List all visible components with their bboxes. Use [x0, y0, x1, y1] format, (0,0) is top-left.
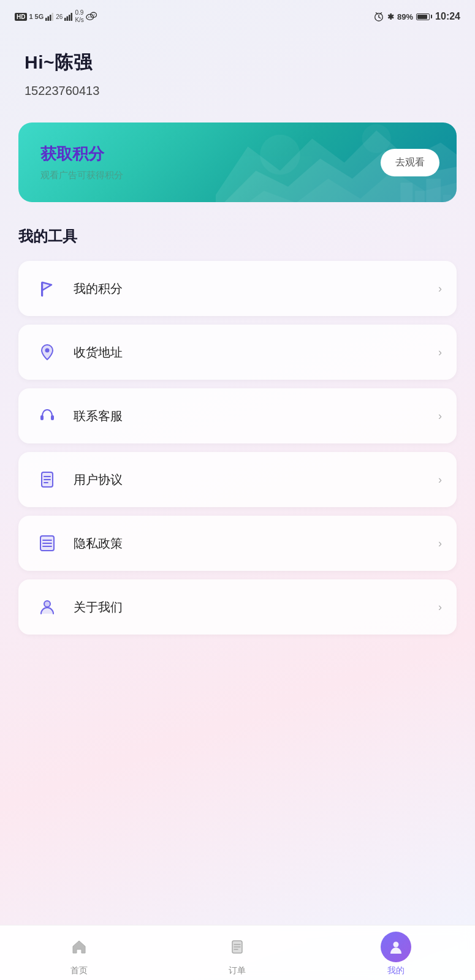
- time-display: 10:24: [435, 11, 460, 22]
- svg-rect-0: [45, 18, 47, 21]
- svg-rect-2: [50, 15, 51, 21]
- svg-point-13: [94, 14, 95, 15]
- svg-rect-28: [41, 282, 43, 296]
- document-icon: [33, 466, 61, 494]
- nav-item-home[interactable]: 首页: [0, 932, 158, 976]
- flag-icon: [33, 274, 61, 303]
- menu-item-left-privacy: 隐私政策: [33, 529, 123, 557]
- profile-section: Hi~陈强 15223760413: [0, 32, 475, 110]
- bluetooth-icon: ✱: [387, 12, 394, 21]
- battery-percent: 89%: [397, 12, 413, 21]
- nav-label-home: 首页: [70, 965, 88, 976]
- phone-number: 15223760413: [25, 84, 450, 98]
- svg-point-29: [45, 349, 50, 353]
- menu-item-left-about: 关于我们: [33, 593, 123, 621]
- tools-title: 我的工具: [18, 227, 457, 246]
- menu-item-about[interactable]: 关于我们 ›: [18, 579, 457, 635]
- chevron-right-icon: ›: [438, 601, 442, 614]
- signal-bars-1: [45, 13, 54, 21]
- nav-icon-mine: [381, 932, 411, 962]
- chevron-right-icon: ›: [438, 346, 442, 359]
- signal-bars-2: [64, 13, 73, 21]
- hd-badge: HD: [15, 13, 27, 21]
- chevron-right-icon: ›: [438, 410, 442, 423]
- data-speed: 0.9K/s: [75, 9, 83, 24]
- menu-label-agreement: 用户协议: [74, 472, 123, 488]
- svg-point-23: [362, 124, 390, 153]
- menu-label-about: 关于我们: [74, 599, 123, 616]
- battery-indicator: [416, 13, 432, 20]
- svg-rect-26: [426, 179, 441, 202]
- nav-label-orders: 订单: [229, 965, 246, 976]
- headset-icon: [33, 402, 61, 430]
- menu-item-privacy[interactable]: 隐私政策 ›: [18, 516, 457, 571]
- svg-rect-27: [443, 195, 451, 202]
- svg-rect-30: [40, 415, 44, 420]
- svg-rect-6: [69, 15, 70, 21]
- menu-list: 我的积分 › 收货地址 › 联系客服 › 用户协议 › 隐私政策 › 关于我们 …: [18, 261, 457, 635]
- nav-label-mine: 我的: [387, 965, 405, 976]
- svg-point-12: [92, 14, 93, 15]
- wechat-icon: [86, 11, 97, 22]
- svg-point-9: [88, 17, 89, 18]
- menu-item-agreement[interactable]: 用户协议 ›: [18, 452, 457, 507]
- nav-icon-orders: [222, 932, 253, 962]
- bottom-nav: 首页 订单 我的: [0, 925, 475, 980]
- menu-item-points[interactable]: 我的积分 ›: [18, 261, 457, 316]
- svg-point-45: [393, 942, 398, 948]
- svg-rect-1: [48, 16, 50, 21]
- menu-item-address[interactable]: 收货地址 ›: [18, 325, 457, 380]
- location-icon: [33, 338, 61, 366]
- menu-item-left-service: 联系客服: [33, 402, 123, 430]
- banner-section: 获取积分 观看广告可获得积分 去观看: [0, 110, 475, 221]
- person-icon: [33, 593, 61, 621]
- banner-title: 获取积分: [40, 143, 123, 165]
- menu-item-left-address: 收货地址: [33, 338, 123, 366]
- svg-rect-24: [400, 183, 412, 202]
- banner-subtitle: 观看广告可获得积分: [40, 170, 123, 181]
- status-right: ✱ 89% 10:24: [373, 11, 460, 22]
- status-bar: HD 1 5G 26 0.9K/s ✱ 89% 10:24: [0, 0, 475, 32]
- list-icon: [33, 529, 61, 557]
- greeting-text: Hi~陈强: [25, 50, 450, 75]
- sim-indicator: 1: [29, 13, 32, 20]
- menu-item-left-agreement: 用户协议: [33, 466, 123, 494]
- svg-rect-31: [51, 415, 54, 420]
- tools-section: 我的工具 我的积分 › 收货地址 › 联系客服 › 用户协议 › 隐私政策 ›: [0, 221, 475, 696]
- nav-item-mine[interactable]: 我的: [317, 932, 475, 976]
- alarm-icon: [373, 11, 384, 22]
- chevron-right-icon: ›: [438, 473, 442, 486]
- signal-5g: 5G: [35, 13, 44, 20]
- banner-content: 获取积分 观看广告可获得积分: [40, 143, 123, 181]
- menu-label-privacy: 隐私政策: [74, 535, 123, 552]
- svg-rect-7: [71, 13, 73, 21]
- menu-item-left-points: 我的积分: [33, 274, 123, 303]
- chevron-right-icon: ›: [438, 282, 442, 295]
- banner-watch-button[interactable]: 去观看: [381, 149, 439, 176]
- svg-point-40: [44, 601, 50, 607]
- svg-line-16: [379, 17, 381, 18]
- points-banner[interactable]: 获取积分 观看广告可获得积分 去观看: [18, 123, 457, 202]
- nav-item-orders[interactable]: 订单: [158, 932, 316, 976]
- menu-label-address: 收货地址: [74, 344, 123, 361]
- status-left: HD 1 5G 26 0.9K/s: [15, 9, 97, 24]
- sim2-indicator: 26: [56, 13, 63, 20]
- menu-label-service: 联系客服: [74, 408, 123, 424]
- svg-point-22: [260, 135, 300, 175]
- menu-item-service[interactable]: 联系客服 ›: [18, 388, 457, 443]
- svg-rect-5: [67, 16, 69, 21]
- svg-rect-25: [415, 190, 425, 202]
- svg-rect-3: [52, 13, 54, 21]
- nav-icon-home: [64, 932, 94, 962]
- menu-label-points: 我的积分: [74, 281, 123, 297]
- svg-rect-4: [64, 18, 66, 21]
- chevron-right-icon: ›: [438, 537, 442, 550]
